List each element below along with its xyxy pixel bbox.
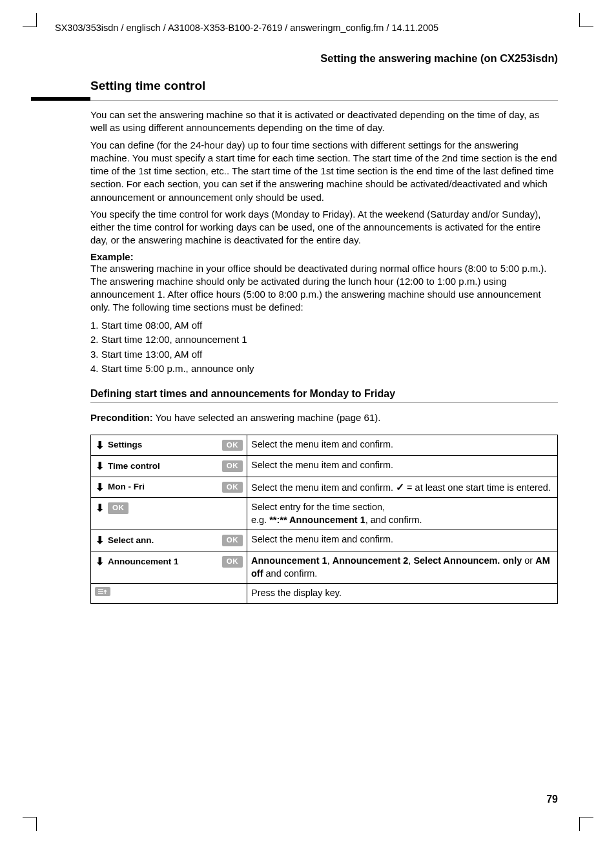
step-description: Press the display key. xyxy=(247,584,558,604)
arrow-down-icon: ⬇ xyxy=(95,438,104,453)
table-row: ⬇ OK Select entry for the time section, … xyxy=(91,498,558,530)
body-paragraph: You specify the time control for work da… xyxy=(90,208,558,247)
table-row: ⬇ Mon - Fri OK Select the menu item and … xyxy=(91,477,558,498)
step-description: Select the menu item and confirm. ✓ = at… xyxy=(247,477,558,498)
body-paragraph: You can define (for the 24-hour day) up … xyxy=(90,139,558,204)
list-item: 3. Start time 13:00, AM off xyxy=(90,347,558,362)
crop-mark xyxy=(36,13,37,27)
table-row: ⬇ Settings OK Select the menu item and c… xyxy=(91,435,558,456)
table-row: ⬇ Time control OK Select the menu item a… xyxy=(91,456,558,477)
table-row: Press the display key. xyxy=(91,584,558,604)
crop-mark xyxy=(23,26,37,26)
arrow-down-icon: ⬇ xyxy=(95,501,104,515)
arrow-down-icon: ⬇ xyxy=(95,555,104,569)
ok-badge: OK xyxy=(222,482,243,493)
crop-mark xyxy=(579,818,593,818)
arrow-down-icon: ⬇ xyxy=(95,459,104,473)
check-icon: ✓ xyxy=(396,482,404,493)
heading-defining-start-times: Defining start times and announcements f… xyxy=(90,388,558,400)
list-item: 1. Start time 08:00, AM off xyxy=(90,318,558,333)
list-item: 4. Start time 5:00 p.m., announce only xyxy=(90,362,558,376)
crop-mark xyxy=(36,817,37,831)
header-path: SX303/353isdn / englisch / A31008-X353-B… xyxy=(55,23,558,33)
step-description: Select the menu item and confirm. xyxy=(247,456,558,477)
step-description: Announcement 1, Announcement 2, Select A… xyxy=(247,551,558,584)
arrow-down-icon: ⬇ xyxy=(95,533,104,548)
precondition-text: You have selected an answering machine (… xyxy=(153,412,381,423)
ok-badge: OK xyxy=(222,460,243,472)
menu-item-label: Select ann. xyxy=(108,535,218,546)
menu-item-label: Time control xyxy=(108,460,218,472)
example-steps-list: 1. Start time 08:00, AM off 2. Start tim… xyxy=(90,318,558,376)
crop-mark xyxy=(579,26,593,26)
arrow-down-icon: ⬇ xyxy=(95,480,104,495)
table-row: ⬇ Select ann. OK Select the menu item an… xyxy=(91,530,558,551)
menu-item-label: Mon - Fri xyxy=(108,481,218,493)
body-paragraph: The answering machine in your office sho… xyxy=(90,262,558,314)
menu-key-icon xyxy=(95,587,110,596)
procedure-table: ⬇ Settings OK Select the menu item and c… xyxy=(90,435,558,604)
heading-rule xyxy=(90,402,558,403)
precondition-label: Precondition: xyxy=(90,412,153,423)
list-item: 2. Start time 12:00, announcement 1 xyxy=(90,333,558,347)
menu-item-label: Settings xyxy=(108,439,218,451)
ok-badge: OK xyxy=(108,502,128,514)
body-paragraph: You can set the answering machine so tha… xyxy=(90,108,558,135)
ok-badge: OK xyxy=(222,440,243,451)
ok-badge: OK xyxy=(222,556,243,568)
page-number: 79 xyxy=(546,794,558,805)
table-row: ⬇ Announcement 1 OK Announcement 1, Anno… xyxy=(91,551,558,584)
heading-rule xyxy=(90,97,558,101)
ok-badge: OK xyxy=(222,535,243,546)
crop-mark xyxy=(579,13,580,27)
step-description: Select entry for the time section, e.g. … xyxy=(247,498,558,530)
heading-setting-time-control: Setting time control xyxy=(90,79,558,93)
example-label: Example: xyxy=(90,251,558,262)
crop-mark xyxy=(579,817,580,831)
precondition: Precondition: You have selected an answe… xyxy=(90,412,558,423)
crop-mark xyxy=(23,818,37,818)
step-description: Select the menu item and confirm. xyxy=(247,530,558,551)
menu-item-label: Announcement 1 xyxy=(108,556,218,568)
step-description: Select the menu item and confirm. xyxy=(247,435,558,456)
section-title: Setting the answering machine (on CX253i… xyxy=(90,52,558,65)
